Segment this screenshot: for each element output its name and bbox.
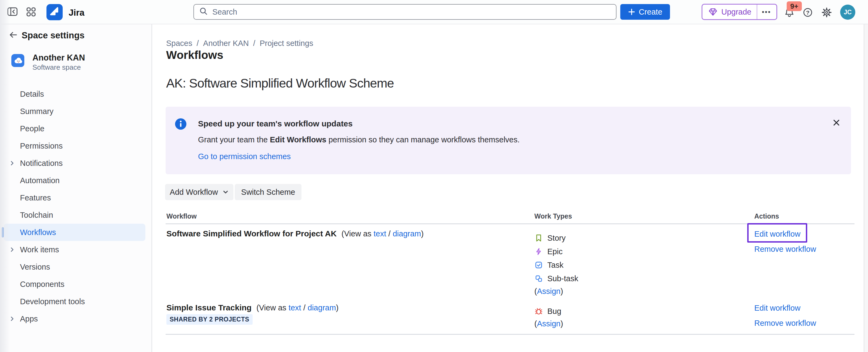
table-row-workflow-name: Simple Issue Tracking (View as text / di… [166, 303, 339, 312]
work-type-task: Task [534, 258, 578, 272]
banner-title: Speed up your team's workflow updates [198, 119, 352, 128]
sidebar-item-automation[interactable]: Automation [0, 172, 152, 189]
column-header-work-types: Work Types [534, 212, 572, 220]
view-as-diagram-link[interactable]: diagram [308, 303, 336, 312]
vertical-scrollbar[interactable] [864, 24, 868, 352]
chevron-right-icon [9, 315, 16, 322]
breadcrumb-spaces[interactable]: Spaces [166, 39, 192, 48]
search-input[interactable] [212, 7, 611, 17]
work-type-epic: Epic [534, 245, 578, 258]
table-bottom-divider [165, 334, 855, 335]
space-type: Software space [32, 63, 81, 72]
create-button[interactable]: Create [620, 4, 670, 20]
notification-count-badge: 9+ [787, 1, 802, 11]
assign-link[interactable]: Assign [537, 319, 561, 328]
more-options-button[interactable]: ••• [757, 5, 776, 19]
plus-icon [628, 8, 636, 16]
workflow-scheme-title: AK: Software Simplified Workflow Scheme [166, 76, 394, 91]
view-as: (View as text / diagram) [256, 303, 339, 312]
banner-body-bold: Edit Workflows [270, 135, 327, 144]
breadcrumb-another-kan[interactable]: Another KAN [203, 39, 249, 48]
collapse-sidebar-button[interactable] [6, 6, 19, 19]
space-card: Another KAN Software space [0, 54, 152, 70]
sidebar-item-notifications[interactable]: Notifications [0, 155, 152, 172]
remove-workflow-link[interactable]: Remove workflow [754, 245, 816, 254]
view-as-text-link[interactable]: text [288, 303, 301, 312]
shared-projects-badge: SHARED BY 2 PROJECTS [166, 314, 253, 325]
chevron-right-icon [9, 160, 16, 167]
epic-icon [534, 247, 543, 256]
assign-link[interactable]: Assign [537, 287, 561, 296]
switch-scheme-button[interactable]: Switch Scheme [235, 184, 302, 200]
edit-workflow-link[interactable]: Edit workflow [754, 303, 801, 313]
top-app-bar: Jira Create Upgrade ••• [0, 0, 868, 24]
avatar-initials: JC [844, 9, 851, 16]
settings-button[interactable] [820, 6, 833, 20]
sidebar-item-details[interactable]: Details [0, 85, 152, 103]
info-banner: Speed up your team's workflow updates Gr… [165, 107, 851, 174]
upgrade-button[interactable]: Upgrade [703, 5, 757, 19]
sidebar-item-development-tools[interactable]: Development tools [0, 293, 152, 310]
sidebar-item-apps[interactable]: Apps [0, 310, 152, 327]
assign-work-types: (Assign) [534, 285, 578, 297]
work-type-subtask: Sub-task [534, 272, 578, 285]
space-settings-sidebar: Space settings Another KAN Software spac… [0, 24, 152, 352]
question-circle-icon: ? [802, 6, 814, 20]
info-icon [175, 118, 186, 131]
sidebar-item-people[interactable]: People [0, 120, 152, 137]
table-header-divider [165, 223, 855, 224]
table-row-workflow-name: Software Simplified Workflow for Project… [166, 229, 424, 238]
subtask-icon [534, 274, 543, 283]
task-icon [534, 261, 543, 269]
story-icon [534, 234, 543, 242]
ellipsis-icon: ••• [762, 8, 771, 16]
sidebar-item-features[interactable]: Features [0, 189, 152, 206]
close-icon [831, 117, 842, 129]
work-types-list: Story Epic Task Sub-task (Assign) [534, 231, 578, 297]
back-arrow-icon [8, 29, 19, 41]
sidebar-item-versions[interactable]: Versions [0, 258, 152, 276]
back-button[interactable] [7, 29, 20, 42]
jira-home-link[interactable]: Jira [46, 4, 85, 21]
app-name: Jira [69, 7, 85, 18]
banner-close-button[interactable] [830, 117, 843, 130]
sidebar-item-permissions[interactable]: Permissions [0, 137, 152, 155]
add-workflow-button[interactable]: Add Workflow [165, 184, 234, 200]
sidebar-title: Space settings [22, 30, 85, 40]
help-button[interactable]: ? [801, 6, 814, 20]
jira-logo-icon [46, 4, 63, 21]
upgrade-button-label: Upgrade [721, 7, 751, 17]
view-as: (View as text / diagram) [341, 229, 424, 238]
edit-workflow-link[interactable]: Edit workflow [754, 230, 801, 238]
app-switcher-button[interactable] [25, 6, 37, 19]
global-search[interactable] [193, 4, 617, 20]
bug-icon [534, 307, 543, 316]
app-grid-icon [26, 6, 36, 19]
column-header-workflow: Workflow [166, 212, 197, 220]
sidebar-item-workflows[interactable]: Workflows [4, 224, 145, 241]
jira-workflows-page: Jira Create Upgrade ••• [0, 0, 868, 352]
work-type-bug: Bug [534, 305, 563, 318]
breadcrumb-project-settings[interactable]: Project settings [259, 39, 313, 48]
breadcrumb-separator: / [253, 39, 255, 48]
sidebar-item-toolchain[interactable]: Toolchain [0, 206, 152, 224]
view-as-diagram-link[interactable]: diagram [393, 229, 421, 238]
work-types-list: Bug (Assign) [534, 305, 563, 329]
user-avatar[interactable]: JC [840, 5, 855, 20]
sidebar-item-work-items[interactable]: Work items [0, 241, 152, 258]
breadcrumb-separator: / [197, 39, 199, 48]
gear-icon [821, 6, 833, 20]
banner-body: Grant your team the Edit Workflows permi… [198, 135, 520, 144]
space-name: Another KAN [32, 53, 85, 63]
svg-text:?: ? [806, 9, 810, 16]
sidebar-item-summary[interactable]: Summary [0, 103, 152, 120]
remove-workflow-link[interactable]: Remove workflow [754, 319, 816, 328]
sidebar-item-components[interactable]: Components [0, 276, 152, 293]
chevron-right-icon [9, 246, 16, 253]
view-as-text-link[interactable]: text [374, 229, 386, 238]
column-header-actions: Actions [754, 212, 779, 220]
space-avatar-icon [11, 54, 24, 67]
work-type-story: Story [534, 231, 578, 245]
create-button-label: Create [639, 7, 662, 17]
permission-schemes-link[interactable]: Go to permission schemes [198, 152, 291, 161]
